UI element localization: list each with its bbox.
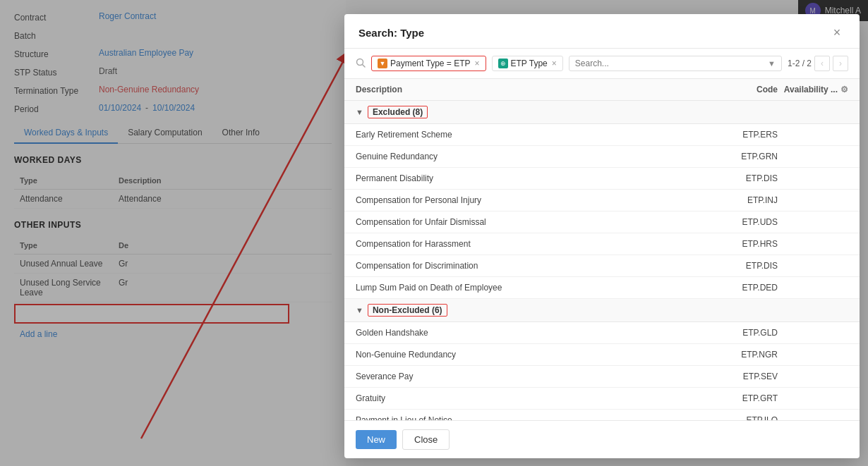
code-permanent-disability: ETP.DIS	[700, 173, 778, 183]
group-excluded-toggle-icon: ▼	[356, 108, 363, 116]
desc-comp-discrimination: Compensation for Discrimination	[356, 261, 700, 271]
filter-tag-etp-type: ⊕ ETP Type ×	[492, 56, 563, 71]
code-golden-handshake: ETP.GLD	[700, 328, 778, 338]
code-comp-unfair-dismissal: ETP.UDS	[700, 217, 778, 227]
payment-filter-remove[interactable]: ×	[475, 59, 480, 68]
etp-filter-label: ETP Type	[511, 59, 548, 68]
row-comp-harassment[interactable]: Compensation for Harassment ETP.HRS	[344, 233, 860, 255]
group-non-excluded-toggle-icon: ▼	[356, 306, 363, 314]
filter-tag-payment-type: ▼ Payment Type = ETP ×	[371, 56, 486, 71]
desc-lump-sum-death: Lump Sum Paid on Death of Employee	[356, 283, 700, 293]
modal-table: Description Code Availability ... ⚙ ▼ Ex…	[344, 79, 860, 420]
desc-comp-personal-injury: Compensation for Personal Injury	[356, 195, 700, 205]
availability-settings-icon[interactable]: ⚙	[840, 85, 848, 94]
modal-close-button[interactable]: ×	[828, 24, 845, 41]
code-comp-discrimination: ETP.DIS	[700, 261, 778, 271]
modal-table-header: Description Code Availability ... ⚙	[344, 79, 860, 101]
desc-golden-handshake: Golden Handshake	[356, 328, 700, 338]
modal-header: Search: Type ×	[344, 14, 860, 49]
etp-filter-remove[interactable]: ×	[552, 59, 557, 68]
code-comp-harassment: ETP.HRS	[700, 239, 778, 249]
row-severance-pay[interactable]: Severance Pay ETP.SEV	[344, 366, 860, 388]
code-payment-lieu-notice: ETP.ILO	[700, 415, 778, 420]
code-early-retirement: ETP.ERS	[700, 130, 778, 140]
new-button[interactable]: New	[356, 430, 397, 449]
code-non-genuine-redundancy: ETP.NGR	[700, 350, 778, 360]
search-type-modal: Search: Type × ▼ Payment Type = ETP × ⊕ …	[344, 14, 860, 458]
col-description-header: Description	[356, 85, 700, 94]
payment-filter-label: Payment Type = ETP	[390, 59, 471, 68]
code-comp-personal-injury: ETP.INJ	[700, 195, 778, 205]
pagination-count: 1-2 / 2	[788, 59, 812, 68]
group-excluded-label: Excluded (8)	[368, 106, 428, 118]
group-excluded[interactable]: ▼ Excluded (8)	[344, 101, 860, 124]
col-availability-header: Availability ... ⚙	[778, 85, 848, 94]
row-genuine-redundancy[interactable]: Genuine Redundancy ETP.GRN	[344, 146, 860, 168]
code-gratuity: ETP.GRT	[700, 393, 778, 403]
pagination-next-button[interactable]: ›	[833, 56, 848, 71]
pagination-prev-button[interactable]: ‹	[814, 56, 830, 71]
row-payment-lieu-notice[interactable]: Payment in Lieu of Notice ETP.ILO	[344, 410, 860, 420]
modal-title: Search: Type	[358, 27, 424, 39]
row-gratuity[interactable]: Gratuity ETP.GRT	[344, 388, 860, 410]
modal-search-input-wrapper[interactable]: ▼	[569, 56, 782, 71]
desc-comp-harassment: Compensation for Harassment	[356, 239, 700, 249]
row-lump-sum-death[interactable]: Lump Sum Paid on Death of Employee ETP.D…	[344, 277, 860, 299]
desc-gratuity: Gratuity	[356, 393, 700, 403]
row-early-retirement[interactable]: Early Retirement Scheme ETP.ERS	[344, 124, 860, 146]
search-dropdown-button[interactable]: ▼	[768, 59, 776, 68]
payment-filter-icon: ▼	[378, 59, 387, 68]
code-genuine-redundancy: ETP.GRN	[700, 152, 778, 161]
desc-comp-unfair-dismissal: Compensation for Unfair Dismissal	[356, 217, 700, 227]
desc-severance-pay: Severance Pay	[356, 372, 700, 381]
group-non-excluded-label: Non-Excluded (6)	[368, 304, 447, 317]
row-comp-unfair-dismissal[interactable]: Compensation for Unfair Dismissal ETP.UD…	[344, 211, 860, 233]
modal-search-bar: ▼ Payment Type = ETP × ⊕ ETP Type × ▼ 1-…	[344, 49, 860, 79]
row-non-genuine-redundancy[interactable]: Non-Genuine Redundancy ETP.NGR	[344, 344, 860, 366]
desc-non-genuine-redundancy: Non-Genuine Redundancy	[356, 350, 700, 360]
modal-pagination: 1-2 / 2 ‹ ›	[788, 56, 848, 71]
svg-line-2	[363, 64, 366, 67]
group-non-excluded[interactable]: ▼ Non-Excluded (6)	[344, 299, 860, 322]
search-icon	[356, 58, 366, 70]
code-severance-pay: ETP.SEV	[700, 372, 778, 381]
desc-payment-lieu-notice: Payment in Lieu of Notice	[356, 415, 700, 420]
row-comp-discrimination[interactable]: Compensation for Discrimination ETP.DIS	[344, 255, 860, 277]
modal-footer: New Close	[344, 420, 860, 458]
row-permanent-disability[interactable]: Permanent Disability ETP.DIS	[344, 168, 860, 190]
code-lump-sum-death: ETP.DED	[700, 283, 778, 293]
desc-early-retirement: Early Retirement Scheme	[356, 130, 700, 140]
desc-permanent-disability: Permanent Disability	[356, 173, 700, 183]
row-golden-handshake[interactable]: Golden Handshake ETP.GLD	[344, 322, 860, 344]
col-code-header: Code	[700, 85, 778, 94]
desc-genuine-redundancy: Genuine Redundancy	[356, 152, 700, 161]
close-button[interactable]: Close	[402, 429, 450, 450]
etp-filter-icon: ⊕	[498, 59, 508, 68]
row-comp-personal-injury[interactable]: Compensation for Personal Injury ETP.INJ	[344, 190, 860, 211]
modal-search-input[interactable]	[575, 59, 765, 68]
